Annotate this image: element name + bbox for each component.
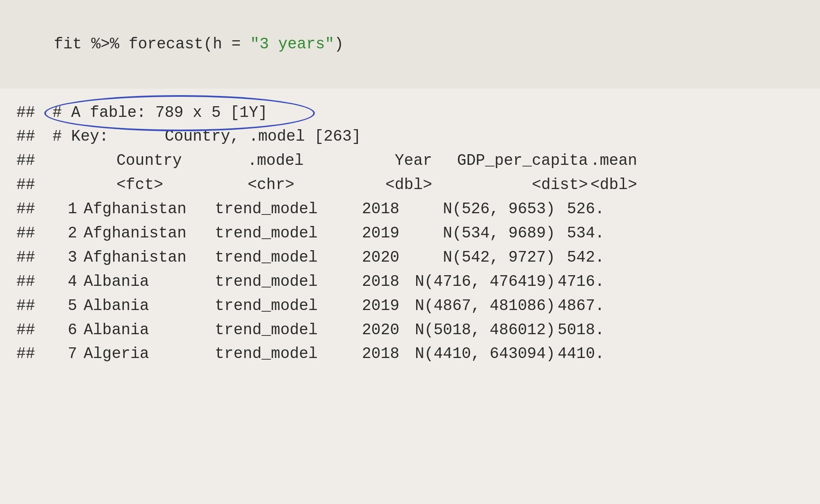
table-type-row: ## <fct> <chr> <dbl> <dist> <dbl> [16,173,804,197]
col-header-country: Country [116,149,248,173]
cell-year: 2020 [342,246,399,270]
table-row: ## 7 Algeria trend_model 2018 N(4410, 64… [16,342,804,366]
cell-mean: 5018. [555,318,604,342]
cell-country: Albania [84,318,215,342]
hash-prefix-row: ## [16,197,49,221]
row-number: 1 [52,197,77,221]
cell-gdp: N(534, 9689) [399,221,555,246]
cell-country: Albania [84,270,215,294]
cell-gdp: N(5018, 486012) [399,318,555,342]
col-header-year: Year [375,149,432,173]
data-rows-container: ## 1 Afghanistan trend_model 2018 N(526,… [16,197,804,366]
key-line: ## # Key: Country, .model [263] [16,125,804,149]
hash-prefix-4: ## [16,173,49,197]
hash-prefix-1: ## [16,101,49,125]
col-header-gdp: GDP_per_capita [432,149,588,173]
header-spacer [52,149,116,173]
row-number: 4 [52,270,77,294]
hash-prefix-3: ## [16,149,49,173]
cell-year: 2019 [342,294,399,318]
cell-model: trend_model [215,294,342,318]
hash-prefix-2: ## [16,125,49,149]
col-type-country: <fct> [116,173,248,197]
cell-model: trend_model [215,342,342,366]
table-row: ## 1 Afghanistan trend_model 2018 N(526,… [16,197,804,221]
col-header-model: .model [248,149,375,173]
fable-title-text: # A fable: 789 x 5 [1Y] [52,101,268,125]
row-number: 6 [52,318,77,342]
cell-gdp: N(4716, 476419) [399,270,555,294]
cell-year: 2020 [342,318,399,342]
cell-mean: 4867. [555,294,604,318]
cell-year: 2019 [342,221,399,246]
code-paren: ) [334,35,344,53]
cell-year: 2018 [342,270,399,294]
row-number: 3 [52,246,77,270]
hash-prefix-row: ## [16,221,49,246]
cell-mean: 526. [555,197,604,221]
cell-country: Afghanistan [84,246,215,270]
table-row: ## 6 Albania trend_model 2020 N(5018, 48… [16,318,804,342]
cell-model: trend_model [215,270,342,294]
cell-country: Afghanistan [84,221,215,246]
hash-prefix-row: ## [16,246,49,270]
cell-mean: 534. [555,221,604,246]
cell-model: trend_model [215,221,342,246]
key-text: # Key: Country, .model [263] [52,125,361,149]
cell-mean: 4410. [555,342,604,366]
code-string: "3 years" [250,35,334,53]
row-number: 2 [52,221,77,246]
cell-gdp: N(526, 9653) [399,197,555,221]
col-type-year: <dbl> [375,173,432,197]
table-header-row: ## Country .model Year GDP_per_capita .m… [16,149,804,173]
output-area: ## # A fable: 789 x 5 [1Y] ## # Key: Cou… [0,89,820,383]
cell-model: trend_model [215,246,342,270]
code-text-black: fit %>% forecast(h = [54,35,250,53]
hash-prefix-row: ## [16,318,49,342]
row-number: 5 [52,294,77,318]
col-type-model: <chr> [248,173,375,197]
cell-mean: 542. [555,246,604,270]
col-type-mean: <dbl> [588,173,637,197]
table-row: ## 2 Afghanistan trend_model 2019 N(534,… [16,221,804,246]
cell-model: trend_model [215,318,342,342]
fable-title-row: ## # A fable: 789 x 5 [1Y] [16,101,804,125]
col-header-mean: .mean [588,149,637,173]
cell-country: Afghanistan [84,197,215,221]
table-row: ## 4 Albania trend_model 2018 N(4716, 47… [16,270,804,294]
cell-country: Albania [84,294,215,318]
table-row: ## 3 Afghanistan trend_model 2020 N(542,… [16,246,804,270]
hash-prefix-row: ## [16,270,49,294]
cell-country: Algeria [84,342,215,366]
cell-year: 2018 [342,197,399,221]
hash-prefix-row: ## [16,342,49,366]
code-block: fit %>% forecast(h = "3 years") [0,0,820,89]
table-row: ## 5 Albania trend_model 2019 N(4867, 48… [16,294,804,318]
code-line: fit %>% forecast(h = "3 years") [16,11,804,77]
cell-year: 2018 [342,342,399,366]
cell-gdp: N(4867, 481086) [399,294,555,318]
col-type-gdp: <dist> [432,173,588,197]
row-number: 7 [52,342,77,366]
type-spacer [52,173,116,197]
cell-model: trend_model [215,197,342,221]
cell-gdp: N(4410, 643094) [399,342,555,366]
cell-mean: 4716. [555,270,604,294]
hash-prefix-row: ## [16,294,49,318]
cell-gdp: N(542, 9727) [399,246,555,270]
